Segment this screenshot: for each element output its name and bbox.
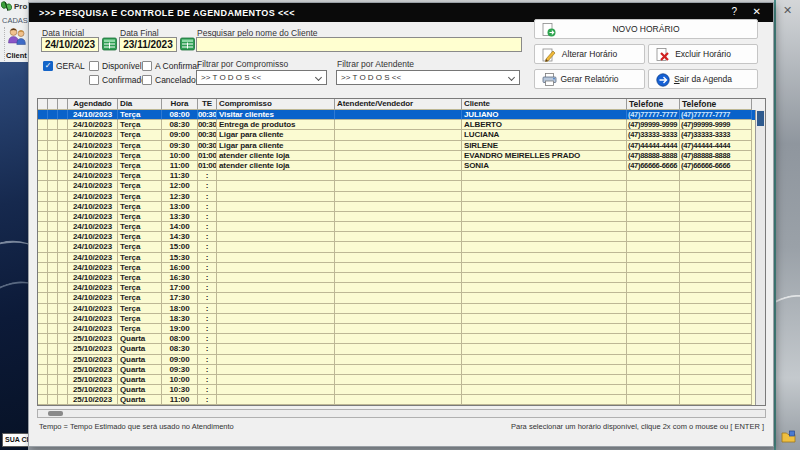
- vertical-scrollbar[interactable]: [755, 110, 765, 405]
- alterar-horario-button[interactable]: Alterar Horário: [534, 44, 645, 64]
- table-cell: Terça: [118, 253, 162, 263]
- checkbox-box[interactable]: [89, 75, 99, 85]
- table-cell: [335, 385, 462, 395]
- column-header: Agendado: [68, 99, 118, 110]
- table-cell: (47)33333-3333: [680, 130, 752, 140]
- taskbar-button[interactable]: SUA CI: [2, 433, 28, 447]
- table-cell: Terça: [118, 212, 162, 222]
- tray-folder-icon[interactable]: [781, 429, 796, 447]
- table-row[interactable]: 24/10/2023Terça10:0001:00atender cliente…: [38, 151, 755, 161]
- table-cell: (47)66666-6666: [680, 161, 752, 171]
- table-cell: [48, 253, 58, 263]
- table-cell: [680, 242, 752, 252]
- filtrar-compromisso-select[interactable]: >> T O D O S <<: [196, 70, 327, 85]
- table-row[interactable]: 24/10/2023Terça13:30:: [38, 212, 755, 222]
- table-cell: 11:30: [162, 171, 198, 181]
- background-clients-button[interactable]: Client: [4, 27, 28, 61]
- new-document-icon: [542, 23, 556, 37]
- sair-agenda-button[interactable]: Sair da Agenda: [648, 69, 758, 89]
- table-cell: 24/10/2023: [68, 253, 118, 263]
- checkbox-disponível[interactable]: Disponível: [89, 61, 142, 71]
- table-row[interactable]: 24/10/2023Terça16:00:: [38, 263, 755, 273]
- table-row[interactable]: 25/10/2023Quarta09:30:: [38, 365, 755, 375]
- table-cell: (47)33333-3333: [627, 130, 680, 140]
- table-cell: [462, 171, 627, 181]
- table-cell: 10:30: [162, 385, 198, 395]
- table-cell: [627, 324, 680, 334]
- table-row[interactable]: 24/10/2023Terça09:0000:30Ligar para clie…: [38, 130, 755, 140]
- table-cell: :: [198, 293, 217, 303]
- data-inicial-calendar-button[interactable]: [102, 37, 117, 51]
- background-app-toolbar: Pro CADAS Client: [0, 0, 28, 62]
- checkbox-box[interactable]: [142, 75, 152, 85]
- table-cell: 00:30: [198, 141, 217, 151]
- table-row[interactable]: 24/10/2023Terça16:30:: [38, 273, 755, 283]
- delete-x-icon: [656, 48, 670, 62]
- table-cell: SONIA: [462, 161, 627, 171]
- table-row[interactable]: 24/10/2023Terça11:0001:00atender cliente…: [38, 161, 755, 171]
- data-final-field[interactable]: 23/11/2023: [119, 37, 177, 52]
- filtrar-atendente-select[interactable]: >> T O D O S <<: [336, 70, 520, 85]
- table-row[interactable]: 25/10/2023Quarta11:00:: [38, 395, 755, 405]
- table-cell: Terça: [118, 222, 162, 232]
- novo-horario-button[interactable]: NOVO HORÁRIO: [534, 19, 758, 39]
- table-row[interactable]: 25/10/2023Quarta10:30:: [38, 385, 755, 395]
- vertical-scrollbar-thumb[interactable]: [757, 111, 764, 126]
- checkbox-cancelados[interactable]: Cancelados: [142, 75, 200, 85]
- checkbox-box[interactable]: [89, 61, 99, 71]
- gerar-relatorio-button[interactable]: Gerar Relatório: [534, 69, 645, 89]
- table-row[interactable]: 24/10/2023Terça18:30:: [38, 314, 755, 324]
- table-row[interactable]: 24/10/2023Terça08:0000:30Visitar cliente…: [38, 110, 755, 120]
- table-row[interactable]: 24/10/2023Terça14:30:: [38, 232, 755, 242]
- table-cell: [462, 242, 627, 252]
- checkbox-geral[interactable]: ✓GERAL: [43, 61, 85, 71]
- data-final-calendar-button[interactable]: [180, 37, 195, 51]
- table-row[interactable]: 25/10/2023Quarta10:00:: [38, 375, 755, 385]
- table-row[interactable]: 25/10/2023Quarta08:00:: [38, 334, 755, 344]
- table-cell: [38, 181, 48, 191]
- table-row[interactable]: 25/10/2023Quarta09:00:: [38, 355, 755, 365]
- close-icon[interactable]: ✕: [753, 6, 761, 17]
- table-cell: (47)77777-7777: [680, 110, 752, 120]
- table-row[interactable]: 24/10/2023Terça19:00:: [38, 324, 755, 334]
- help-icon[interactable]: ?: [731, 6, 737, 17]
- table-cell: 00:30: [198, 130, 217, 140]
- table-cell: 09:30: [162, 141, 198, 151]
- excluir-horario-button[interactable]: Excluir Horário: [648, 44, 758, 64]
- data-inicial-field[interactable]: 24/10/2023: [41, 37, 99, 52]
- column-header: Compromisso: [217, 99, 335, 110]
- table-cell: [680, 314, 752, 324]
- table-cell: 25/10/2023: [68, 385, 118, 395]
- table-cell: :: [198, 263, 217, 273]
- table-cell: [38, 253, 48, 263]
- table-row[interactable]: 24/10/2023Terça14:00:: [38, 222, 755, 232]
- table-row[interactable]: 24/10/2023Terça15:00:: [38, 242, 755, 252]
- horizontal-scrollbar-thumb[interactable]: [48, 411, 63, 416]
- column-header: Telefone: [627, 99, 680, 110]
- background-menu-cadastros[interactable]: CADAS: [2, 16, 28, 25]
- table-cell: [680, 283, 752, 293]
- checkbox-confirmado[interactable]: Confirmado: [89, 75, 146, 85]
- table-cell: 24/10/2023: [68, 242, 118, 252]
- table-cell: [680, 385, 752, 395]
- search-client-input[interactable]: [196, 37, 522, 52]
- checkbox-a-confirmar[interactable]: A Confirmar: [142, 61, 200, 71]
- background-close-icon[interactable]: ✕: [783, 4, 792, 17]
- table-row[interactable]: 25/10/2023Quarta08:30:: [38, 344, 755, 354]
- checkbox-box[interactable]: [142, 61, 152, 71]
- table-row[interactable]: 24/10/2023Terça18:00:: [38, 304, 755, 314]
- horizontal-scrollbar[interactable]: [37, 409, 766, 418]
- table-cell: [48, 344, 58, 354]
- table-row[interactable]: 24/10/2023Terça15:30:: [38, 253, 755, 263]
- table-row[interactable]: 24/10/2023Terça17:00:: [38, 283, 755, 293]
- table-row[interactable]: 24/10/2023Terça08:3000:30Entrega de prod…: [38, 120, 755, 130]
- table-row[interactable]: 24/10/2023Terça17:30:: [38, 293, 755, 303]
- table-row[interactable]: 24/10/2023Terça13:00:: [38, 202, 755, 212]
- checkbox-box[interactable]: ✓: [43, 61, 53, 71]
- table-row[interactable]: 24/10/2023Terça12:30:: [38, 192, 755, 202]
- table-cell: [48, 130, 58, 140]
- table-row[interactable]: 24/10/2023Terça12:00:: [38, 181, 755, 191]
- table-cell: [58, 212, 68, 222]
- table-row[interactable]: 24/10/2023Terça11:30:: [38, 171, 755, 181]
- table-row[interactable]: 24/10/2023Terça09:3000:30Ligar para clie…: [38, 141, 755, 151]
